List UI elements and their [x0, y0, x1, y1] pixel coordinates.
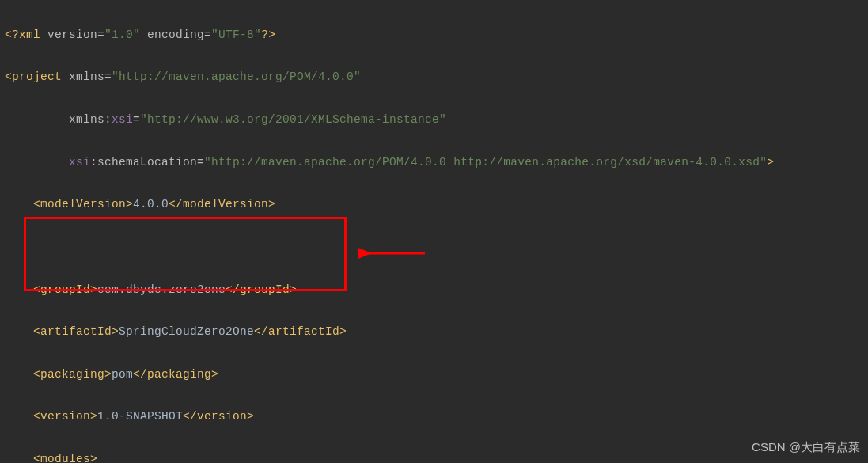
code-line: <?xml version="1.0" encoding="UTF-8"?>	[5, 25, 868, 46]
code-line: xsi:schemaLocation="http://maven.apache.…	[5, 152, 868, 173]
code-line: <packaging>pom</packaging>	[5, 364, 868, 385]
code-line: <modelVersion>4.0.0</modelVersion>	[5, 194, 868, 215]
code-line: <modules>	[5, 449, 868, 463]
code-line: <artifactId>SpringCloudZero2One</artifac…	[5, 321, 868, 343]
code-line	[5, 237, 868, 258]
code-editor[interactable]: <?xml version="1.0" encoding="UTF-8"?> <…	[0, 0, 868, 463]
code-line: <project xmlns="http://maven.apache.org/…	[5, 66, 868, 88]
watermark-text: CSDN @大白有点菜	[752, 436, 860, 458]
code-line: <groupId>com.dbydc.zero2one</groupId>	[5, 279, 868, 301]
code-line: xmlns:xsi="http://www.w3.org/2001/XMLSch…	[5, 109, 868, 131]
code-line: <version>1.0-SNAPSHOT</version>	[5, 406, 868, 427]
